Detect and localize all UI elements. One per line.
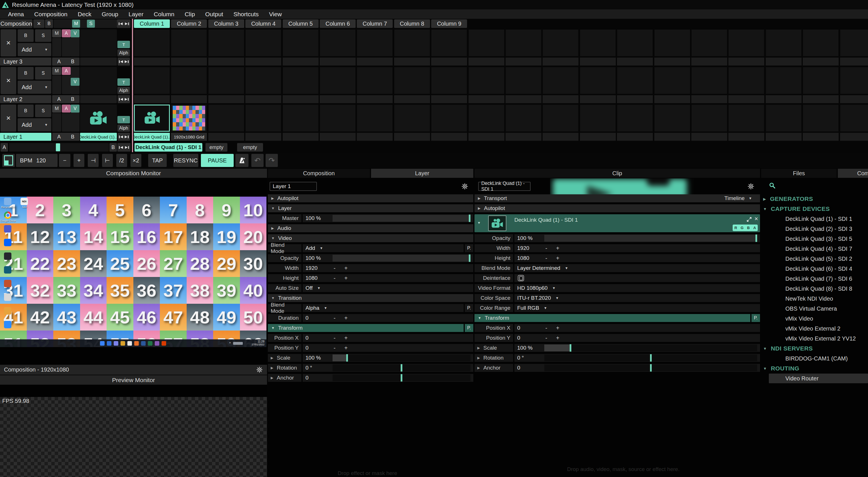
transport-button-2[interactable]: /2 — [116, 154, 127, 167]
clip-name-input[interactable]: DeckLink Quad (1) - SDI 1 — [478, 182, 531, 191]
empty-clip-slot[interactable]: empty — [206, 143, 227, 152]
param-dropdown[interactable]: ITU-r BT.2020▼ — [517, 294, 757, 302]
clip-cell[interactable] — [580, 29, 616, 56]
clip-cell[interactable] — [580, 104, 616, 132]
clip-section-p-button[interactable]: P. — [751, 314, 760, 322]
clip-cell[interactable] — [468, 67, 504, 94]
clip-cell[interactable] — [283, 67, 318, 94]
composition-bypass-button[interactable]: B — [45, 20, 53, 28]
layer-audio-fader[interactable]: A — [62, 67, 71, 75]
files-section-routing[interactable]: ▼ ROUTING — [761, 363, 868, 373]
files-item[interactable]: vMix Video — [769, 314, 868, 323]
layer-close-button[interactable]: × — [1, 29, 16, 56]
param-slider-handle[interactable] — [650, 354, 652, 361]
menu-item-output[interactable]: Output — [202, 11, 230, 18]
clip-cell[interactable] — [580, 67, 616, 94]
crossfade-b-label[interactable]: B — [71, 134, 74, 140]
clip-cell[interactable] — [171, 29, 207, 56]
tab-layer[interactable]: Layer — [371, 169, 473, 178]
clip-cell[interactable] — [245, 104, 281, 132]
layer-mute-button[interactable]: M — [52, 29, 61, 37]
clip-cell[interactable] — [766, 67, 802, 94]
param-decrement-button[interactable]: - — [331, 314, 338, 322]
param-dropdown[interactable]: Layer Determined▼ — [517, 264, 757, 272]
composition-row-position-y[interactable]: 0-+ — [303, 344, 473, 352]
clip-cell[interactable] — [208, 104, 244, 132]
param-decrement-button[interactable]: - — [543, 334, 550, 342]
clip-cell[interactable] — [728, 104, 764, 132]
files-search-input[interactable] — [765, 180, 866, 191]
composition-fader-track[interactable] — [54, 20, 117, 28]
param-slider-track[interactable] — [544, 235, 757, 242]
clip-row-height[interactable]: 1080-+ — [514, 254, 760, 262]
clip-cell[interactable] — [691, 67, 727, 94]
composition-row-scale[interactable]: 100 % — [303, 354, 473, 362]
clip-cell[interactable] — [542, 104, 579, 132]
clip-cell[interactable] — [357, 67, 393, 94]
param-slider-handle[interactable] — [469, 215, 470, 222]
transport-button-[interactable]: + — [73, 154, 84, 167]
menu-item-deck[interactable]: Deck — [75, 11, 99, 18]
layer-audio-fader[interactable]: A — [62, 104, 71, 113]
column-header-1[interactable]: Column 1 — [134, 20, 170, 28]
param-increment-button[interactable]: + — [554, 334, 561, 342]
clip-row-video-format[interactable]: HD 1080p60▼ — [514, 284, 760, 292]
crossfade-a-label[interactable]: A — [57, 59, 61, 65]
menu-item-layer[interactable]: Layer — [126, 11, 151, 18]
empty-clip-slot[interactable]: empty — [237, 143, 263, 152]
files-section-ndi-servers[interactable]: ▼ NDI SERVERS — [761, 344, 868, 353]
param-increment-button[interactable]: + — [343, 274, 349, 282]
clip-cell[interactable] — [171, 104, 207, 132]
param-dropdown[interactable]: HD 1080p60▼ — [517, 284, 757, 292]
layer-mute-track[interactable] — [52, 113, 61, 132]
clip-cell[interactable] — [357, 104, 393, 132]
param-slider-handle[interactable] — [401, 374, 402, 382]
clip-cell[interactable] — [505, 104, 541, 132]
clip-cell[interactable] — [468, 104, 504, 132]
composition-row-auto-size[interactable]: Off▼ — [303, 284, 473, 292]
param-increment-button[interactable]: + — [554, 254, 561, 262]
taskbar-app-icon[interactable] — [162, 341, 166, 346]
composition-row-blend-mode[interactable]: Alpha▼ — [303, 304, 464, 312]
layer-close-button[interactable]: × — [1, 104, 16, 132]
clip-row-blend-mode[interactable]: Layer Determined▼ — [514, 264, 760, 272]
param-slider-track[interactable] — [544, 364, 757, 371]
composition-row-master[interactable]: 100 % — [303, 214, 473, 222]
composition-row-p-button[interactable]: P. — [465, 304, 473, 312]
clip-cell[interactable] — [840, 29, 868, 56]
taskbar-app-icon[interactable] — [107, 341, 112, 346]
layer-video-fader[interactable]: V — [71, 78, 80, 86]
clip-cell[interactable] — [134, 67, 170, 94]
composition-section-p-button[interactable]: P. — [465, 324, 473, 332]
composition-row-width[interactable]: 1920-+ — [303, 264, 473, 272]
clip-cell[interactable] — [691, 29, 727, 56]
crossfade-a-label[interactable]: A — [57, 96, 61, 102]
param-decrement-button[interactable]: - — [543, 254, 550, 262]
clip-cell[interactable] — [283, 29, 318, 56]
crossfade-a-label[interactable]: A — [57, 134, 61, 140]
layer-audio-track[interactable] — [62, 38, 71, 56]
composition-row-p-button[interactable]: P. — [465, 244, 473, 252]
clip-cell[interactable] — [171, 67, 207, 94]
layer-blend-dropdown[interactable]: Add▼ — [18, 81, 51, 94]
composition-row-rotation[interactable]: 0 ° — [303, 364, 473, 372]
param-slider-handle[interactable] — [570, 344, 571, 352]
composition-label[interactable]: Composition — [0, 20, 32, 28]
transport-button-[interactable]: ⊢ — [102, 154, 113, 167]
layer-mute-track[interactable] — [52, 75, 61, 94]
layer-name-label[interactable]: Layer 2 — [0, 95, 51, 103]
clip-cell[interactable] — [320, 29, 355, 56]
param-checkbox[interactable] — [518, 275, 524, 281]
layer-audio-track[interactable] — [62, 75, 71, 94]
composition-section-transform[interactable]: ▼ Transform — [268, 324, 464, 332]
param-slider-track[interactable] — [333, 364, 470, 371]
param-slider-handle[interactable] — [755, 234, 757, 242]
undo-button[interactable]: ↶ — [251, 154, 264, 167]
menu-item-shortcuts[interactable]: Shortcuts — [230, 11, 266, 18]
composition-row-opacity[interactable]: 100 % — [303, 254, 473, 262]
layer-crossfade-assign[interactable]: AB — [52, 58, 80, 66]
param-decrement-button[interactable]: - — [331, 334, 338, 342]
layer-audio-track[interactable] — [62, 113, 71, 132]
param-slider-track[interactable] — [333, 374, 470, 381]
transport-button-[interactable]: − — [59, 154, 70, 167]
